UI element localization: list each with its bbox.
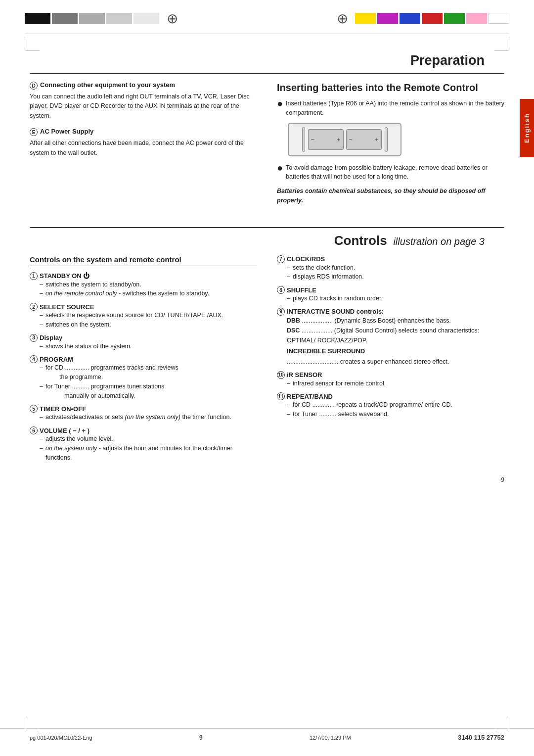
- controls-right-column: 7 CLOCK/RDS –sets the clock function. –d…: [277, 255, 504, 467]
- prep-right-column: Inserting batteries into the Remote Cont…: [277, 81, 504, 205]
- color-bar-verylight: [134, 13, 159, 24]
- control-number-1: 1: [30, 272, 38, 280]
- controls-title: Controls illustration on page 3: [30, 233, 504, 248]
- control-name-8: SHUFFLE: [287, 286, 316, 294]
- control-number-9: 9: [277, 308, 285, 316]
- control-item-9: 9 INTERACTIVE SOUND controls: DBB ......…: [277, 308, 504, 367]
- control-item-7: 7 CLOCK/RDS –sets the clock function. –d…: [277, 255, 504, 282]
- controls-left-column: Controls on the system and remote contro…: [30, 255, 257, 467]
- control-number-8: 8: [277, 286, 285, 294]
- control-number-10: 10: [277, 371, 285, 379]
- control-number-5: 5: [30, 405, 38, 413]
- control-item-11: 11 REPEAT/BAND –for CD ............. rep…: [277, 392, 504, 419]
- battery-bullet-1: ● Insert batteries (Type R06 or AA) into…: [277, 99, 504, 118]
- control-item-5: 5 TIMER ON•OFF –activates/deactivates or…: [30, 405, 257, 422]
- preparation-section: Preparation D Connecting other equipment…: [0, 51, 534, 205]
- control-name-9: INTERACTIVE SOUND controls:: [287, 308, 384, 315]
- footer-timestamp: 12/7/00, 1:29 PM: [310, 735, 351, 741]
- battery-note: Batteries contain chemical substances, s…: [277, 187, 504, 205]
- color-bar-magenta: [377, 13, 398, 24]
- page-number-area: 9: [0, 476, 534, 483]
- color-bar-green: [444, 13, 465, 24]
- color-bar-blue: [400, 13, 420, 24]
- controls-section-heading: Controls on the system and remote contro…: [30, 255, 257, 266]
- english-tab: English: [520, 99, 534, 157]
- control-name-3: Display: [40, 334, 62, 341]
- control-item-6: 6 VOLUME ( − / + ) –adjusts the volume l…: [30, 426, 257, 462]
- battery-bullet-2: ● To avoid damage from possible battery …: [277, 163, 504, 182]
- color-bar-darkgray: [52, 13, 78, 24]
- preparation-title: Preparation: [30, 53, 504, 68]
- ac-body: After all other connections have been ma…: [30, 139, 257, 158]
- color-bar-white: [489, 13, 509, 24]
- prep-divider: [30, 73, 504, 74]
- control-name-6: VOLUME ( − / + ): [40, 427, 89, 434]
- crosshair-left: ⊕: [161, 7, 183, 30]
- control-number-3: 3: [30, 334, 38, 342]
- connecting-body: You can connect the audio left and right…: [30, 92, 257, 121]
- control-number-11: 11: [277, 392, 285, 400]
- controls-section: Controls illustration on page 3 Controls…: [0, 215, 534, 467]
- control-name-11: REPEAT/BAND: [287, 393, 333, 400]
- color-bar-pink: [466, 13, 487, 24]
- ac-title: AC Power Supply: [40, 128, 93, 135]
- prep-left-column: D Connecting other equipment to your sys…: [30, 81, 257, 205]
- control-name-7: CLOCK/RDS: [287, 255, 325, 263]
- footer-right: 3140 115 27752: [458, 734, 504, 741]
- footer-center: 9: [199, 734, 203, 741]
- ac-label-circle: E: [30, 128, 38, 136]
- connecting-label-circle: D: [30, 82, 38, 90]
- control-line-1-2: –on the remote control only - switches t…: [40, 289, 257, 298]
- color-bar-lightgray: [106, 13, 132, 24]
- control-item-2: 2 SELECT SOURCE –selects the respective …: [30, 303, 257, 330]
- controls-divider: [30, 227, 504, 228]
- ac-section: E AC Power Supply After all other connec…: [30, 128, 257, 158]
- control-number-2: 2: [30, 303, 38, 311]
- control-number-6: 6: [30, 426, 38, 434]
- crosshair-right: ⊕: [331, 7, 354, 30]
- control-item-1: 1 STANDBY ON ⏻ –switches the system to s…: [30, 272, 257, 299]
- control-name-1: STANDBY ON ⏻: [40, 272, 89, 280]
- connecting-section: D Connecting other equipment to your sys…: [30, 81, 257, 121]
- control-name-10: iR SENSOR: [287, 371, 322, 378]
- control-name-2: SELECT SOURCE: [40, 303, 94, 311]
- connecting-title: Connecting other equipment to your syste…: [40, 81, 175, 89]
- color-bar-yellow: [355, 13, 376, 24]
- control-item-4: 4 PROGRAM –for CD .............. program…: [30, 355, 257, 400]
- control-item-10: 10 iR SENSOR –infrared sensor for remote…: [277, 371, 504, 388]
- color-bar-medgray: [79, 13, 105, 24]
- bullet-dot-1: ●: [277, 99, 283, 108]
- footer-left: pg 001-020/MC10/22-Eng: [30, 735, 92, 741]
- color-bar-red: [422, 13, 443, 24]
- control-name-5: TIMER ON•OFF: [40, 405, 86, 413]
- control-line-1-1: –switches the system to standby/on.: [40, 280, 257, 289]
- battery-section-title: Inserting batteries into the Remote Cont…: [277, 81, 504, 94]
- control-item-3: 3 Display –shows the status of the syste…: [30, 334, 257, 351]
- battery-illustration: − + − +: [288, 123, 401, 156]
- control-item-8: 8 SHUFFLE –plays CD tracks in random ord…: [277, 286, 504, 303]
- footer: pg 001-020/MC10/22-Eng 9 12/7/00, 1:29 P…: [0, 728, 534, 746]
- control-number-4: 4: [30, 355, 38, 363]
- control-number-7: 7: [277, 255, 285, 263]
- header-area: ⊕ ⊕: [0, 0, 534, 51]
- color-bar-black: [25, 13, 50, 24]
- control-name-4: PROGRAM: [40, 356, 73, 363]
- bullet-dot-2: ●: [277, 163, 283, 172]
